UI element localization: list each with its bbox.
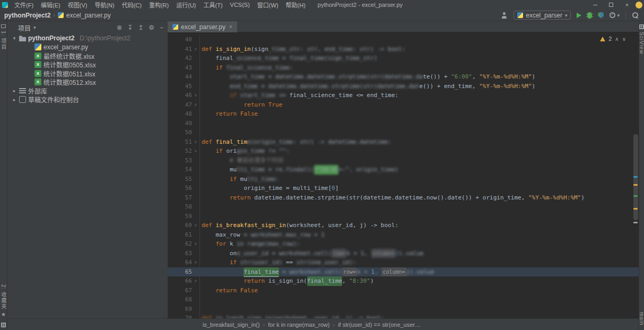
line-number[interactable]: 63: [168, 249, 192, 258]
ide-settings-user-icon[interactable]: [501, 12, 508, 19]
fold-marker-icon[interactable]: ∨: [192, 221, 200, 230]
debug-button[interactable]: [587, 12, 592, 19]
code-line[interactable]: 67 return False: [168, 286, 639, 296]
code-line[interactable]: 70def is_lunch_sign_in(worksheet, user_i…: [168, 314, 639, 318]
project-panel-title[interactable]: 项目: [18, 23, 31, 32]
caret-expanded-icon[interactable]: ▾: [12, 36, 17, 41]
tool-button-main[interactable]: main: [639, 312, 644, 326]
line-number[interactable]: 51: [168, 137, 192, 147]
line-number[interactable]: 49: [168, 119, 192, 128]
line-number[interactable]: 48: [168, 109, 192, 119]
code-line[interactable]: 63 one_user_id = worksheet.cell(row=k + …: [168, 249, 639, 258]
minimize-button[interactable]: [587, 0, 603, 10]
line-number[interactable]: 43: [168, 63, 192, 73]
line-number[interactable]: 54: [168, 165, 192, 175]
tree-item[interactable]: 最终统计数据.xlsx: [7, 51, 168, 60]
menu-item[interactable]: 重构(R): [145, 0, 172, 10]
fold-marker-icon[interactable]: ∧: [192, 276, 200, 286]
tree-item[interactable]: ▾pythonProject2D:\pythonProject2: [7, 34, 168, 43]
menu-item[interactable]: 代码(C): [118, 0, 145, 10]
code-line[interactable]: 46∨ if start_time <= final_science_time …: [168, 91, 639, 100]
breadcrumb-item[interactable]: if str(user_id) == str(one_user…: [337, 322, 422, 328]
fold-marker-icon[interactable]: ∨: [192, 137, 200, 147]
menu-item[interactable]: 工具(T): [200, 0, 227, 10]
chevron-down-icon[interactable]: ▾: [33, 25, 36, 30]
line-number[interactable]: 61: [168, 230, 192, 240]
line-number[interactable]: 68: [168, 295, 192, 305]
code-line[interactable]: 69: [168, 305, 639, 314]
line-number[interactable]: 56: [168, 184, 192, 193]
project-tool-icon[interactable]: [1, 24, 6, 28]
code-line[interactable]: 40: [168, 35, 639, 45]
tree-item[interactable]: 统计数据0512.xlsx: [7, 78, 168, 87]
code-line[interactable]: 51∨def final_time(origin_time: str) -> d…: [168, 137, 639, 147]
menu-item[interactable]: 帮助(H): [282, 0, 309, 10]
settings-gear-icon[interactable]: ⚙: [149, 24, 154, 31]
tree-item[interactable]: 统计数据0505.xlsx: [7, 60, 168, 70]
maximize-button[interactable]: [603, 0, 619, 10]
hide-panel-icon[interactable]: −: [160, 24, 163, 31]
code-line[interactable]: 61 max_row = worksheet.max_row + 1: [168, 230, 639, 240]
sciview-icon[interactable]: [639, 24, 644, 29]
fold-marker-icon[interactable]: ∨: [192, 91, 200, 100]
code-line[interactable]: 60∨def is_breakfast_sign_in(worksheet, u…: [168, 221, 639, 230]
line-number[interactable]: 64: [168, 258, 192, 267]
line-number[interactable]: 52: [168, 146, 192, 156]
code-line[interactable]: 47∧ return True: [168, 100, 639, 110]
caret-collapsed-icon[interactable]: ▸: [12, 88, 17, 93]
line-number[interactable]: 50: [168, 128, 192, 137]
line-number[interactable]: 59: [168, 212, 192, 221]
tree-item[interactable]: excel_parser.py: [7, 43, 168, 52]
tool-button-favorites[interactable]: 2: 收藏夹: [0, 284, 7, 309]
tab-close-icon[interactable]: ×: [228, 24, 232, 30]
fold-marker-icon[interactable]: ∨: [192, 146, 200, 156]
user-avatar[interactable]: [636, 2, 642, 8]
editor-body[interactable]: 2 ∧ ∨ 4041∨def is_sign_in(sign_time_str:…: [168, 32, 639, 318]
collapse-all-icon[interactable]: ↥: [138, 24, 143, 31]
code-line[interactable]: 62∨ for k in range(max_row):: [168, 239, 639, 249]
line-number[interactable]: 69: [168, 305, 192, 314]
profiler-button[interactable]: ▾: [610, 12, 620, 18]
line-number[interactable]: 47: [168, 100, 192, 110]
code-line[interactable]: 48 return False: [168, 109, 639, 119]
menu-item[interactable]: 文件(F): [11, 0, 37, 10]
code-line[interactable]: 55 if multi_time:: [168, 175, 639, 184]
breadcrumb-item[interactable]: is_breakfast_sign_in(): [202, 322, 261, 328]
breadcrumb-item[interactable]: for k in range(max_row): [267, 322, 330, 328]
menu-item[interactable]: 视图(V): [64, 0, 91, 10]
menu-item[interactable]: 编辑(E): [37, 0, 64, 10]
caret-collapsed-icon[interactable]: ▸: [12, 97, 17, 102]
line-number[interactable]: 57: [168, 193, 192, 203]
tree-item[interactable]: ▸外部库: [7, 86, 168, 95]
code-line[interactable]: 53 # 兼容处理多个时间: [168, 156, 639, 166]
code-line[interactable]: 54 multi_time = re.findall(r"[0-9]+:", o…: [168, 165, 639, 175]
run-button[interactable]: [577, 13, 581, 18]
line-number[interactable]: 44: [168, 72, 192, 82]
prev-warning-icon[interactable]: ∧: [615, 36, 619, 42]
line-number[interactable]: 42: [168, 54, 192, 63]
line-number[interactable]: 53: [168, 156, 192, 166]
expand-all-icon[interactable]: ↧: [127, 24, 133, 31]
locate-file-icon[interactable]: ⊗: [117, 24, 122, 31]
line-number[interactable]: 41: [168, 45, 192, 54]
code-line[interactable]: 68: [168, 295, 639, 305]
tree-item[interactable]: 统计数据0511.xlsx: [7, 69, 168, 78]
code-line[interactable]: 59: [168, 212, 639, 221]
code-line[interactable]: 42 final_science_time = final_time(sign_…: [168, 54, 639, 63]
line-number[interactable]: 60: [168, 221, 192, 230]
next-warning-icon[interactable]: ∨: [622, 36, 626, 42]
line-number[interactable]: 40: [168, 35, 192, 45]
breadcrumb-project[interactable]: pythonProject2: [4, 12, 50, 19]
favorites-star-icon[interactable]: ★: [1, 312, 6, 317]
line-number[interactable]: 58: [168, 202, 192, 212]
fold-marker-icon[interactable]: ∧: [192, 100, 200, 110]
error-stripe[interactable]: [631, 32, 639, 318]
breadcrumb-file[interactable]: excel_parser.py: [66, 12, 111, 19]
tool-button-project[interactable]: 1: 项目: [0, 31, 7, 50]
code-line[interactable]: 58: [168, 202, 639, 212]
menu-item[interactable]: VCS(S): [227, 0, 254, 10]
code-line[interactable]: 49: [168, 119, 639, 128]
code-line[interactable]: 52∨ if origin_time != "":: [168, 146, 639, 156]
line-number[interactable]: 70: [168, 314, 192, 318]
line-number[interactable]: 45: [168, 82, 192, 91]
